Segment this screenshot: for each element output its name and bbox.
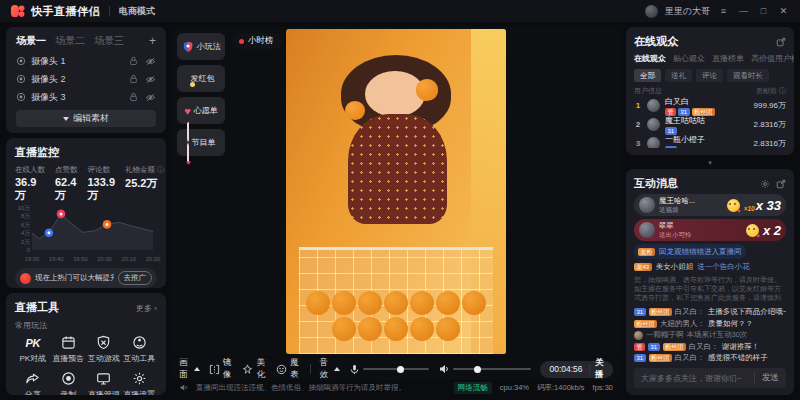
viewer-name: 魔王咕咕咕 bbox=[665, 115, 705, 126]
mirror-label: 镜像 bbox=[223, 357, 234, 381]
message-text: 点赞直播间 bbox=[660, 304, 698, 306]
stage-button-label: 心愿单 bbox=[194, 105, 218, 116]
center-stage-column: 小玩法发红包♥心愿单♥节目单 小时榜 画面 镜像 bbox=[171, 27, 621, 395]
stage-button-shield[interactable]: 小玩法 bbox=[177, 33, 225, 60]
user-badge: 粉丝团 bbox=[649, 354, 672, 362]
chat-input[interactable] bbox=[641, 374, 748, 383]
viewer-enter-notice: 老粉 回龙观猫猫猫进入直播间 bbox=[634, 244, 746, 259]
compliance-warning: 直播间出现违法违规、色情低俗、抽烟喝酒等行为请及时举报。 bbox=[196, 383, 406, 393]
add-scene-icon[interactable]: + bbox=[149, 35, 156, 47]
speaker-volume-slider[interactable] bbox=[453, 368, 531, 370]
divider bbox=[109, 6, 110, 16]
tool-pk[interactable]: PKPK对战 bbox=[15, 335, 51, 364]
lock-icon[interactable] bbox=[129, 74, 138, 84]
widget-icon bbox=[132, 335, 147, 350]
viewer-row[interactable]: 2魔王咕咕咕312.8316万 bbox=[634, 115, 786, 134]
tool-record[interactable]: 录制 bbox=[51, 371, 87, 395]
gifter-name: 美女小姐姐 bbox=[656, 262, 694, 272]
hide-source-eye-icon[interactable] bbox=[145, 74, 156, 85]
lock-icon[interactable] bbox=[129, 56, 138, 66]
tool-screen[interactable]: 直播管理 bbox=[86, 371, 122, 395]
stat-value: 62.4万 bbox=[55, 176, 78, 203]
online-viewers-panel: 在线观众 在线观众贴心观众直播榜单高价值用户榜 全部送礼评论观看时长 用户信息 … bbox=[626, 27, 794, 155]
screen-menu-button[interactable]: 画面 bbox=[179, 357, 200, 381]
minimize-icon[interactable]: — bbox=[737, 6, 750, 16]
hide-source-eye-icon[interactable] bbox=[145, 92, 156, 103]
enter-notice-text: 回龙观猫猫猫进入直播间 bbox=[659, 247, 742, 257]
stream-timer: 00:04:56 bbox=[549, 364, 582, 374]
stage: 小玩法发红包♥心愿单♥节目单 小时榜 bbox=[171, 27, 621, 356]
viewers-filter[interactable]: 评论 bbox=[696, 69, 723, 82]
lock-icon[interactable] bbox=[129, 92, 138, 102]
hide-source-eye-icon[interactable] bbox=[145, 56, 156, 67]
tools-more-link[interactable]: 更多 › bbox=[136, 303, 157, 314]
chat-settings-gear-icon[interactable] bbox=[760, 179, 770, 189]
viewers-tab[interactable]: 贴心观众 bbox=[673, 53, 705, 64]
scene-tab[interactable]: 场景三 bbox=[94, 34, 124, 48]
beauty-label: 美化 bbox=[256, 357, 267, 381]
tool-calendar[interactable]: 直播预告 bbox=[51, 335, 87, 364]
live-dot-icon bbox=[239, 39, 244, 44]
close-icon[interactable]: ✕ bbox=[777, 6, 790, 16]
tool-game[interactable]: 互动游戏 bbox=[86, 335, 122, 364]
viewer-row[interactable]: 3一瓶小橙子312.8316万 bbox=[634, 134, 786, 148]
user-badge: 粉丝团 bbox=[663, 343, 686, 351]
user-badge: 31 bbox=[634, 354, 646, 362]
stage-button-playlist[interactable]: ♥节目单 bbox=[177, 129, 225, 156]
heart-icon: ♥ bbox=[184, 103, 191, 118]
sound-effect-button[interactable]: 音效 bbox=[320, 357, 341, 381]
cpu-usage: cpu:34% bbox=[500, 383, 529, 392]
maximize-icon[interactable]: □ bbox=[757, 6, 770, 16]
viewers-filter[interactable]: 送礼 bbox=[665, 69, 692, 82]
end-stream-button[interactable]: 关播 bbox=[595, 357, 604, 381]
ecommerce-mode-label[interactable]: 电商模式 bbox=[119, 5, 155, 18]
magic-face-button[interactable]: 魔表 bbox=[276, 357, 301, 381]
viewers-filter[interactable]: 观看时长 bbox=[727, 69, 769, 82]
scene-tab[interactable]: 场景一 bbox=[16, 34, 46, 48]
viewer-row[interactable]: 1白又白管31粉丝团999.96万 bbox=[634, 96, 786, 115]
tool-gear[interactable]: 直播设置 bbox=[122, 371, 158, 395]
contribution-value: 2.8316万 bbox=[754, 119, 786, 130]
message-text: 本场累计互动30次 bbox=[687, 330, 748, 340]
calendar-icon bbox=[61, 335, 76, 350]
user-avatar[interactable] bbox=[645, 5, 658, 18]
stat-label: 在线人数 bbox=[15, 165, 45, 175]
gifter-avatar bbox=[639, 197, 655, 213]
viewers-tab[interactable]: 直播榜单 bbox=[712, 53, 744, 64]
scene-tab[interactable]: 场景二 bbox=[55, 34, 85, 48]
gifter-name: 翠翠 bbox=[659, 221, 692, 231]
user-badge: 粉丝团 bbox=[649, 308, 672, 316]
tool-label: 互动游戏 bbox=[88, 353, 120, 364]
send-button[interactable]: 发送 bbox=[754, 372, 779, 384]
hot-icon bbox=[20, 273, 31, 284]
collapse-caret-icon[interactable]: ▾ bbox=[626, 159, 794, 165]
edit-material-button[interactable]: 编辑素材 bbox=[16, 110, 156, 127]
mirror-button[interactable]: 镜像 bbox=[209, 357, 234, 381]
camera-source-row[interactable]: 摄像头 2 bbox=[6, 70, 166, 88]
popout-icon[interactable] bbox=[776, 37, 786, 47]
viewers-filter[interactable]: 全部 bbox=[634, 69, 661, 82]
info-icon: ⓘ bbox=[157, 166, 164, 173]
camera-source-row[interactable]: 摄像头 1 bbox=[6, 52, 166, 70]
viewers-tab[interactable]: 在线观众 bbox=[634, 53, 666, 64]
svg-text:2万: 2万 bbox=[21, 239, 30, 245]
stage-button-label: 小玩法 bbox=[197, 41, 221, 52]
mic-volume-slider[interactable] bbox=[363, 368, 429, 370]
promote-button[interactable]: 去推广 bbox=[118, 271, 153, 285]
microphone-icon[interactable] bbox=[349, 364, 360, 375]
chatter-name: 白又白： bbox=[689, 342, 719, 352]
username[interactable]: 里里の大哥 bbox=[665, 5, 710, 18]
hourly-rank-badge[interactable]: 小时榜 bbox=[231, 33, 282, 49]
menu-icon[interactable]: ≡ bbox=[717, 6, 730, 16]
camera-source-row[interactable]: 摄像头 3 bbox=[6, 88, 166, 106]
monitor-stats: 在线人数36.9万点赞数62.4万评论数133.9万礼物金额 ⓘ25.2万 bbox=[15, 165, 157, 203]
chat-popout-icon[interactable] bbox=[776, 179, 786, 189]
beauty-button[interactable]: 美化 bbox=[242, 357, 267, 381]
viewers-tab[interactable]: 高价值用户榜 bbox=[751, 53, 794, 64]
tool-widget[interactable]: 互动工具 bbox=[122, 335, 158, 364]
stage-button-red-packet[interactable]: 发红包 bbox=[177, 65, 225, 92]
stage-button-heart[interactable]: ♥心愿单 bbox=[177, 97, 225, 124]
user-badge: 管 bbox=[634, 343, 645, 351]
tool-share[interactable]: 分享 bbox=[15, 371, 51, 395]
speaker-icon[interactable] bbox=[438, 363, 450, 375]
